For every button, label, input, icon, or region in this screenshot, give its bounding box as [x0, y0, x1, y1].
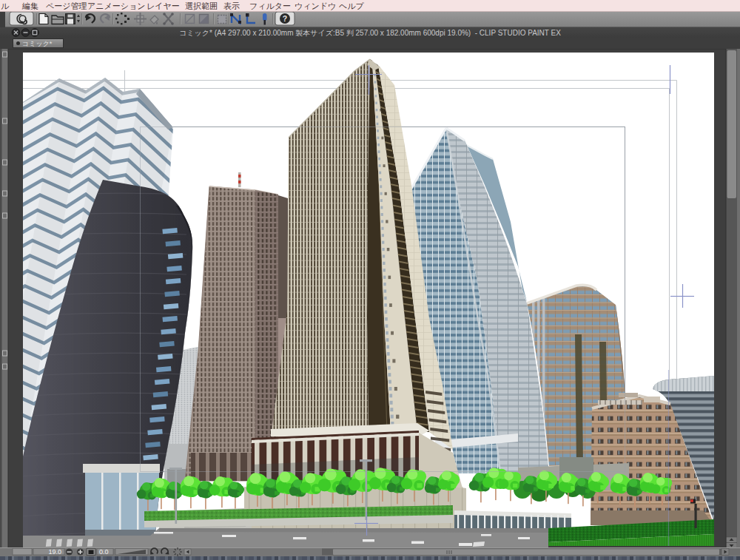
svg-text:0.0: 0.0 [99, 548, 109, 556]
svg-text:19.0: 19.0 [48, 548, 61, 556]
svg-text:?: ? [283, 14, 287, 23]
